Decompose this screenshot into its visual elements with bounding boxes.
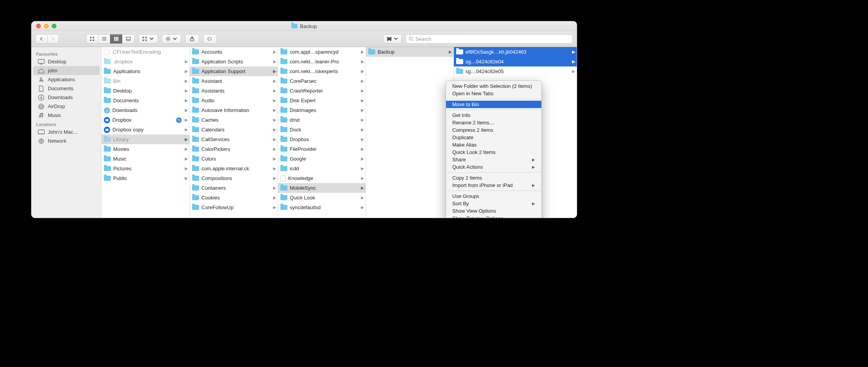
file-row[interactable]: Bin▶ bbox=[102, 76, 189, 86]
back-button[interactable] bbox=[35, 34, 47, 44]
file-row[interactable]: Library▶ bbox=[102, 135, 189, 144]
sidebar-item[interactable]: Network bbox=[33, 136, 100, 145]
share-button[interactable] bbox=[185, 34, 199, 44]
sidebar-item[interactable]: AApplications bbox=[33, 75, 100, 84]
file-row[interactable]: ↓Downloads▶ bbox=[102, 105, 189, 115]
file-row[interactable]: Assistant▶ bbox=[190, 76, 278, 86]
gallery-view-button[interactable] bbox=[122, 34, 135, 44]
file-row[interactable]: ef9fOc5asgk…kh,jb042463▶ bbox=[454, 47, 577, 57]
svg-line-24 bbox=[169, 40, 170, 40]
file-row[interactable]: Application Support▶ bbox=[190, 66, 278, 76]
sidebar-item[interactable]: john bbox=[33, 66, 100, 75]
file-row[interactable]: Pictures▶ bbox=[102, 164, 189, 173]
file-row[interactable]: Colors▶ bbox=[190, 154, 278, 164]
file-row[interactable]: FileProvider▶ bbox=[278, 144, 366, 154]
menu-item[interactable]: Rename 2 Items… bbox=[446, 119, 541, 126]
menu-item[interactable]: Import from iPhone or iPad▶ bbox=[446, 182, 541, 189]
file-row[interactable]: Accounts▶ bbox=[190, 47, 278, 57]
sidebar-item[interactable]: Music bbox=[33, 111, 100, 120]
menu-item[interactable]: Compress 2 Items bbox=[446, 126, 541, 134]
file-row[interactable]: com.appl…sparencyd▶ bbox=[278, 47, 366, 57]
search-input[interactable]: Search bbox=[406, 34, 573, 44]
file-row[interactable]: CoreFollowUp▶ bbox=[190, 203, 278, 212]
menu-item[interactable]: Get Info bbox=[446, 112, 541, 119]
file-row[interactable]: Caches▶ bbox=[190, 115, 278, 125]
file-row[interactable]: com.nekt…iskexperts▶ bbox=[278, 66, 366, 76]
file-row[interactable]: Backup▶ bbox=[366, 47, 453, 57]
file-row[interactable]: Public▶ bbox=[102, 173, 189, 183]
file-row[interactable]: Google▶ bbox=[278, 154, 366, 164]
column[interactable]: Accounts▶Application Scripts▶Application… bbox=[190, 47, 278, 218]
menu-item[interactable]: Use Groups bbox=[446, 192, 541, 200]
file-row[interactable]: Autosave Information▶ bbox=[190, 105, 278, 115]
file-row[interactable]: Audio▶ bbox=[190, 96, 278, 105]
menu-item[interactable]: Quick Actions▶ bbox=[446, 163, 541, 171]
folder-icon bbox=[104, 88, 111, 93]
file-row[interactable]: Quick Look▶ bbox=[278, 193, 366, 203]
file-row[interactable]: Desktop▶ bbox=[102, 86, 189, 96]
action-button[interactable] bbox=[162, 34, 181, 44]
file-row[interactable]: Compositions▶ bbox=[190, 173, 278, 183]
menu-item[interactable]: Move to Bin bbox=[446, 101, 541, 108]
column-view-button[interactable] bbox=[110, 34, 122, 44]
file-row[interactable]: Disk Expert▶ bbox=[278, 96, 366, 105]
sidebar-item[interactable]: Downloads bbox=[33, 93, 100, 102]
menu-item[interactable]: Make Alias bbox=[446, 141, 541, 149]
file-row[interactable]: .CFUserTextEncoding bbox=[102, 47, 189, 57]
tags-button[interactable] bbox=[203, 34, 217, 44]
menu-item[interactable]: Show View Options bbox=[446, 207, 541, 215]
sidebar-item[interactable]: John's Mac… bbox=[33, 128, 100, 136]
file-row[interactable]: CrashReporter▶ bbox=[278, 86, 366, 96]
file-row[interactable]: ColorPickers▶ bbox=[190, 144, 278, 154]
dropbox-toolbar-button[interactable] bbox=[383, 34, 402, 44]
menu-item[interactable]: Open in New Tabs bbox=[446, 90, 541, 97]
menu-item[interactable]: Sort By▶ bbox=[446, 200, 541, 207]
column[interactable]: com.appl…sparencyd▶com.nekt…leaner-Pro▶c… bbox=[278, 47, 366, 218]
close-button[interactable] bbox=[36, 24, 41, 28]
file-row[interactable]: Documents▶ bbox=[102, 96, 189, 105]
zoom-button[interactable] bbox=[52, 24, 56, 28]
file-row[interactable]: Knowledge▶ bbox=[278, 173, 366, 183]
file-row[interactable]: sg…0424c82e05▶ bbox=[454, 66, 577, 76]
file-row[interactable]: Calendars▶ bbox=[190, 125, 278, 135]
icon-view-button[interactable] bbox=[86, 34, 98, 44]
menu-item[interactable]: Copy 2 Items bbox=[446, 174, 541, 182]
sidebar-item[interactable]: Desktop bbox=[33, 57, 100, 66]
column[interactable]: .CFUserTextEncoding.dropbox▶Applications… bbox=[102, 47, 190, 218]
file-row[interactable]: Cookies▶ bbox=[190, 193, 278, 203]
sidebar-item[interactable]: AirDrop bbox=[33, 102, 100, 111]
menu-item[interactable]: New Folder with Selection (2 Items) bbox=[446, 82, 541, 90]
file-row[interactable]: sg…0424c82e04▶ bbox=[454, 57, 577, 66]
file-row[interactable]: icdd▶ bbox=[278, 164, 366, 173]
file-row[interactable]: Dock▶ bbox=[278, 125, 366, 135]
file-row[interactable]: Application Scripts▶ bbox=[190, 57, 278, 66]
menu-item[interactable]: Show Preview Options bbox=[446, 215, 541, 218]
group-by-button[interactable] bbox=[138, 34, 158, 44]
file-row[interactable]: Dropbox▶ bbox=[102, 115, 189, 125]
sidebar-item[interactable]: Documents bbox=[33, 84, 100, 93]
file-row[interactable]: Music▶ bbox=[102, 154, 189, 164]
menu-item[interactable]: Share▶ bbox=[446, 156, 541, 163]
file-row[interactable]: CoreParsec▶ bbox=[278, 76, 366, 86]
list-view-button[interactable] bbox=[98, 34, 110, 44]
file-row[interactable]: MobileSync▶ bbox=[278, 183, 366, 193]
forward-button[interactable] bbox=[47, 34, 59, 44]
file-row[interactable]: Movies▶ bbox=[102, 144, 189, 154]
menu-item[interactable]: Quick Look 2 Items bbox=[446, 149, 541, 156]
minimize-button[interactable] bbox=[44, 24, 49, 28]
file-row[interactable]: syncdefaultsd▶ bbox=[278, 203, 366, 212]
file-row[interactable]: Dropbox copy▶ bbox=[102, 125, 189, 135]
file-row[interactable]: dmd▶ bbox=[278, 115, 366, 125]
file-label: Dropbox copy bbox=[112, 127, 182, 133]
file-row[interactable]: DiskImages▶ bbox=[278, 105, 366, 115]
menu-item[interactable]: Duplicate bbox=[446, 134, 541, 141]
file-row[interactable]: Applications▶ bbox=[102, 66, 189, 76]
file-row[interactable]: Containers▶ bbox=[190, 183, 278, 193]
file-row[interactable]: CallServices▶ bbox=[190, 135, 278, 144]
file-row[interactable]: Dropbox▶ bbox=[278, 135, 366, 144]
column[interactable]: Backup▶ bbox=[366, 47, 454, 218]
file-row[interactable]: Assistants▶ bbox=[190, 86, 278, 96]
file-row[interactable]: .dropbox▶ bbox=[102, 57, 189, 66]
file-row[interactable]: com.nekt…leaner-Pro▶ bbox=[278, 57, 366, 66]
file-row[interactable]: com.apple.internal.ck▶ bbox=[190, 164, 278, 173]
